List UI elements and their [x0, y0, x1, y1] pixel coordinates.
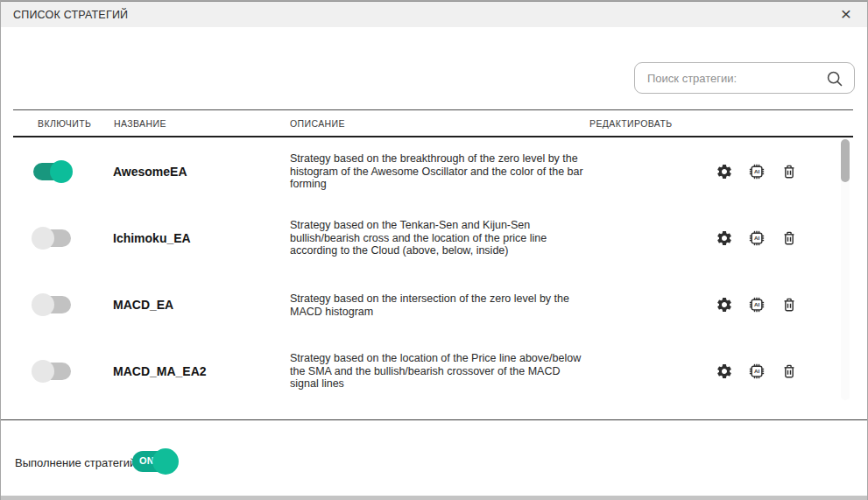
strategy-name: MACD_MA_EA2: [113, 364, 207, 378]
execution-toggle[interactable]: ON: [132, 451, 173, 472]
strategy-name: Ichimoku_EA: [113, 231, 191, 245]
strategy-description: Strategy based on the location of the Pr…: [290, 352, 584, 391]
execution-label: Выполнение стратегий: [15, 456, 136, 469]
svg-text:AI: AI: [754, 368, 760, 374]
row-actions: AI: [716, 163, 798, 180]
ai-chip-icon[interactable]: AI: [748, 163, 766, 180]
svg-text:AI: AI: [754, 168, 760, 174]
table-row: AwesomeEA Strategy based on the breakthr…: [13, 138, 853, 205]
strategy-description: Strategy based on the breakthrough of th…: [290, 152, 584, 191]
settings-gear-icon[interactable]: [716, 363, 733, 380]
trash-icon[interactable]: [780, 163, 798, 180]
trash-icon[interactable]: [780, 363, 798, 380]
strategy-enable-toggle[interactable]: [33, 363, 71, 380]
table-header: ВКЛЮЧИТЬ НАЗВАНИЕ ОПИСАНИЕ РЕДАКТИРОВАТЬ: [13, 109, 853, 137]
close-icon[interactable]: ×: [834, 2, 858, 28]
row-actions: AI: [716, 229, 798, 247]
strategy-description: Strategy based on the Tenkan-Sen and Kij…: [290, 219, 584, 257]
svg-text:AI: AI: [754, 235, 760, 241]
settings-gear-icon[interactable]: [716, 229, 733, 247]
toggle-knob: [32, 360, 54, 383]
strategy-description: Strategy based on the intersection of th…: [290, 292, 584, 318]
search-input[interactable]: [647, 64, 822, 92]
column-header-enable: ВКЛЮЧИТЬ: [38, 118, 91, 129]
ai-chip-icon[interactable]: AI: [748, 363, 766, 380]
table-row: Ichimoku_EA Strategy based on the Tenkan…: [13, 205, 853, 271]
table-row: MACD_EA Strategy based on the intersecti…: [13, 271, 853, 338]
toggle-knob: [32, 227, 54, 250]
column-header-edit: РЕДАКТИРОВАТЬ: [589, 118, 672, 129]
search-box: [634, 62, 855, 94]
column-header-description: ОПИСАНИЕ: [290, 118, 345, 129]
strategy-enable-toggle[interactable]: [33, 229, 71, 247]
trash-icon[interactable]: [780, 229, 798, 247]
ai-chip-icon[interactable]: AI: [748, 229, 766, 247]
scrollbar-thumb[interactable]: [841, 139, 850, 182]
ai-chip-icon[interactable]: AI: [748, 296, 766, 313]
strategy-name: MACD_EA: [113, 298, 173, 312]
svg-text:AI: AI: [754, 301, 760, 307]
toggle-knob: [50, 160, 73, 183]
strategy-enable-toggle[interactable]: [33, 163, 71, 180]
dialog-title: СПИСОК СТРАТЕГИЙ: [13, 2, 128, 28]
row-actions: AI: [716, 296, 798, 313]
settings-gear-icon[interactable]: [716, 296, 733, 313]
column-header-name: НАЗВАНИЕ: [114, 118, 166, 129]
strategies-dialog: СПИСОК СТРАТЕГИЙ × ВКЛЮЧИТЬ НАЗВАНИЕ ОПИ…: [0, 0, 868, 500]
window-bottom-edge: [1, 496, 867, 500]
strategies-list: AwesomeEA Strategy based on the breakthr…: [13, 138, 853, 405]
search-icon: [825, 69, 844, 88]
toggle-knob: [32, 293, 54, 316]
dialog-titlebar: СПИСОК СТРАТЕГИЙ ×: [1, 1, 867, 27]
trash-icon[interactable]: [780, 296, 798, 313]
row-actions: AI: [716, 363, 798, 380]
strategy-name: AwesomeEA: [113, 165, 187, 179]
footer-bar: Выполнение стратегий ON + Из файла Закры…: [1, 420, 867, 496]
settings-gear-icon[interactable]: [716, 163, 733, 180]
strategy-enable-toggle[interactable]: [33, 296, 71, 313]
toggle-knob: [152, 448, 179, 475]
table-row: MACD_MA_EA2 Strategy based on the locati…: [13, 338, 853, 405]
